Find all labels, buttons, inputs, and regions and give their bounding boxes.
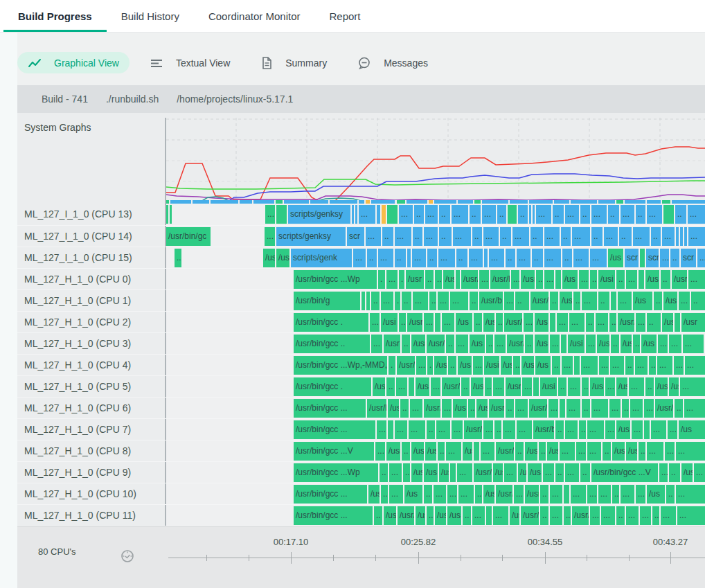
task-bar[interactable]: /usr/bin <box>504 313 522 332</box>
task-bar[interactable]: ... <box>688 270 705 289</box>
task-bar[interactable]: ... <box>609 399 621 418</box>
task-bar[interactable]: ... <box>446 442 461 461</box>
task-bar[interactable]: .. <box>608 205 619 224</box>
task-bar[interactable]: /us <box>493 463 503 482</box>
task-bar[interactable]: ... <box>396 377 407 396</box>
task-bar[interactable]: ... <box>424 313 434 332</box>
task-bar[interactable]: /usr/bir <box>530 292 548 310</box>
view-summary[interactable]: Summary <box>250 52 337 73</box>
task-bar[interactable]: ... <box>680 377 705 396</box>
task-bar[interactable]: .. <box>402 335 410 353</box>
task-bar[interactable] <box>508 205 517 224</box>
task-bar[interactable]: ... <box>605 420 615 439</box>
task-bar[interactable]: /us <box>616 420 630 439</box>
task-bar[interactable]: /us <box>463 442 472 461</box>
task-bar[interactable]: ... <box>389 463 402 482</box>
task-bar[interactable] <box>166 205 168 224</box>
task-bar[interactable] <box>560 399 565 418</box>
task-bar[interactable]: /usr/ <box>572 506 589 525</box>
task-bar[interactable]: ... <box>665 442 675 461</box>
task-bar[interactable]: .. <box>439 227 452 246</box>
task-bar[interactable]: .. <box>609 313 616 332</box>
task-bar[interactable] <box>533 377 539 396</box>
task-bar[interactable]: .. <box>513 356 520 375</box>
task-bar[interactable]: ... <box>447 485 457 504</box>
task-bar[interactable]: /usr/b <box>461 270 478 289</box>
task-bar[interactable] <box>387 205 398 224</box>
view-graphical-view[interactable]: Graphical View <box>17 52 130 73</box>
task-bar[interactable] <box>366 292 370 310</box>
task-bar[interactable]: .. <box>474 313 482 332</box>
task-bar[interactable]: /usr/bin/gcc ...Wp <box>294 270 377 289</box>
task-bar[interactable]: /usr/bin/gcc ... <box>294 420 375 439</box>
task-bar[interactable]: .. <box>497 205 506 224</box>
task-bar[interactable]: .. <box>654 292 662 310</box>
task-bar[interactable]: ... <box>651 420 666 439</box>
task-bar[interactable]: /us <box>458 356 472 375</box>
task-bar[interactable]: /usi <box>598 270 615 289</box>
task-bar[interactable]: .. <box>506 399 514 418</box>
task-bar[interactable]: ... <box>679 292 690 310</box>
task-bar[interactable]: .. <box>591 227 603 246</box>
task-bar[interactable]: ... <box>661 506 676 525</box>
task-bar[interactable]: .. <box>625 356 634 375</box>
task-bar[interactable]: ... <box>479 270 489 289</box>
task-bar[interactable]: ... <box>524 313 533 332</box>
task-bar[interactable] <box>170 205 172 224</box>
task-bar[interactable]: ... <box>660 249 669 267</box>
task-bar[interactable]: .. <box>553 205 564 224</box>
task-bar[interactable]: scr <box>625 249 639 267</box>
task-bar[interactable]: /us <box>655 377 668 396</box>
task-bar[interactable] <box>276 205 287 224</box>
task-bar[interactable]: ... <box>438 292 449 310</box>
task-bar[interactable]: .. <box>670 249 679 267</box>
task-bar[interactable] <box>409 377 414 396</box>
task-bar[interactable] <box>486 506 492 525</box>
task-bar[interactable]: /usr/bir <box>655 399 673 418</box>
task-bar[interactable]: /usr/bi <box>397 356 415 375</box>
task-bar[interactable]: /usr/bin/gc <box>166 227 211 246</box>
task-bar[interactable] <box>533 205 535 224</box>
task-bar[interactable]: .. <box>539 442 546 461</box>
task-bar[interactable] <box>352 205 354 224</box>
task-bar[interactable] <box>484 249 488 267</box>
task-bar[interactable]: ... <box>489 249 504 267</box>
task-bar[interactable]: ... <box>587 442 601 461</box>
task-bar[interactable]: ... <box>566 399 580 418</box>
task-bar[interactable]: /us <box>608 249 623 267</box>
task-bar[interactable]: ... <box>640 506 651 525</box>
task-bar[interactable]: .. <box>651 227 661 246</box>
task-bar[interactable] <box>611 292 616 310</box>
task-bar[interactable]: ... <box>494 335 506 353</box>
task-bar[interactable]: ... <box>573 249 589 267</box>
task-bar[interactable]: .. <box>611 335 619 353</box>
task-bar[interactable]: /us <box>647 485 665 504</box>
task-bar[interactable]: .. <box>371 292 380 310</box>
task-bar[interactable]: .. <box>555 463 564 482</box>
task-bar[interactable]: ... <box>544 270 554 289</box>
task-bar[interactable]: ... <box>452 205 468 224</box>
task-bar[interactable]: ... <box>647 442 663 461</box>
task-bar[interactable]: /usr/t <box>560 292 572 310</box>
task-bar[interactable]: scr <box>646 249 659 267</box>
task-bar[interactable] <box>388 420 393 439</box>
task-bar[interactable]: .. <box>633 335 640 353</box>
task-bar[interactable]: /us <box>597 335 609 353</box>
task-bar[interactable]: ... <box>590 506 600 525</box>
task-bar[interactable]: ... <box>375 442 385 461</box>
task-bar[interactable]: ... <box>412 249 426 267</box>
task-bar[interactable]: .. <box>175 249 181 267</box>
task-bar[interactable]: ... <box>591 205 607 224</box>
task-bar[interactable] <box>529 205 531 224</box>
task-bar[interactable]: /us <box>547 442 558 461</box>
task-bar[interactable]: ... <box>565 463 579 482</box>
task-bar[interactable]: .. <box>435 270 442 289</box>
task-bar[interactable]: ... <box>586 335 596 353</box>
task-bar[interactable]: ... <box>438 249 455 267</box>
task-bar[interactable]: .. <box>402 442 410 461</box>
task-bar[interactable]: /us <box>424 463 438 482</box>
task-bar[interactable]: .. <box>438 442 445 461</box>
task-bar[interactable]: /us <box>434 356 447 375</box>
task-bar[interactable]: /usr/bin/gcc ...Wp,-MMD, <box>294 356 387 375</box>
task-bar[interactable]: ... <box>576 442 586 461</box>
